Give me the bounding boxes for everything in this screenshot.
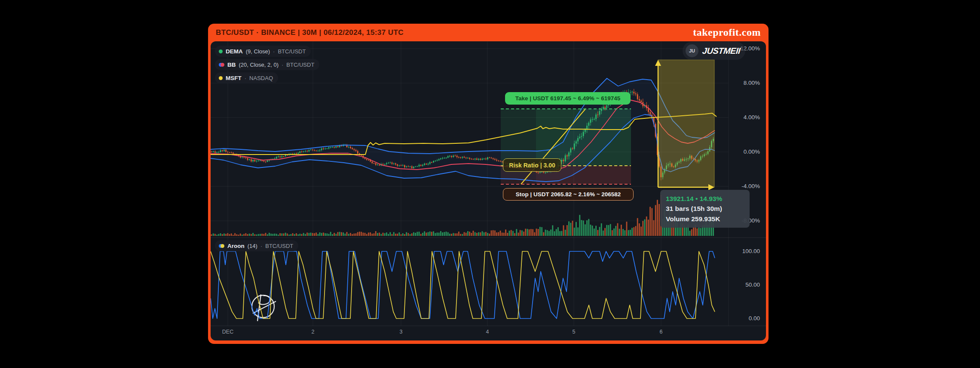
measure-tooltip: 13921.14 • 14.93% 31 bars (15h 30m) Volu… xyxy=(660,190,750,228)
aroon-symbol: BTC/USDT xyxy=(265,243,293,249)
msft-dot-icon xyxy=(219,76,223,80)
price-axis-label: 4.00% xyxy=(732,114,760,121)
legend-item-dema[interactable]: DEMA (9, Close) · BTC/USDT xyxy=(215,46,311,57)
aroon-axis-label: 50.00 xyxy=(732,281,760,288)
indicator-legend: DEMA (9, Close) · BTC/USDT BB (20, Close… xyxy=(215,46,319,83)
time-axis-label: 4 xyxy=(486,329,489,335)
dema-params: (9, Close) xyxy=(246,48,270,55)
bb-name: BB xyxy=(227,62,236,68)
measure-volume: Volume 259.935K xyxy=(666,214,744,224)
aroon-axis-label: 0.00 xyxy=(732,315,760,322)
dema-dot-icon xyxy=(219,49,223,53)
aroon-legend: Aroon (14) · BTC/USDT xyxy=(215,240,298,251)
risk-ratio-label[interactable]: Risk Ratio | 3.00 xyxy=(503,158,561,172)
measure-bars: 31 bars (15h 30m) xyxy=(666,204,744,213)
time-axis-label: 3 xyxy=(400,329,403,335)
msft-symbol: NASDAQ xyxy=(249,75,273,81)
price-axis-label: 0.00% xyxy=(732,148,760,155)
msft-name: MSFT xyxy=(226,75,242,81)
time-axis-label: 6 xyxy=(660,329,663,335)
bb-dots-icon xyxy=(219,63,224,67)
symbol-title: BTC/USDT · BINANCE | 30M | 06/12/2024, 1… xyxy=(216,28,404,37)
stop-loss-label[interactable]: Stop | USDT 2065.82 ~ 2.16% ~ 206582 xyxy=(503,188,634,201)
legend-item-bb[interactable]: BB (20, Close, 2, 0) · BTC/USDT xyxy=(215,59,319,70)
separator-dot: · xyxy=(273,48,275,55)
chart-window-frame: BTC/USDT · BINANCE | 30M | 06/12/2024, 1… xyxy=(208,24,769,344)
aroon-dots-icon xyxy=(219,244,224,248)
legend-item-msft[interactable]: MSFT · NASDAQ xyxy=(215,72,278,83)
dema-symbol: BTC/USDT xyxy=(278,48,306,55)
aroon-axis-label: 100.00 xyxy=(732,248,760,254)
take-profit-label[interactable]: Take | USDT 6197.45 ~ 6.49% ~ 619745 xyxy=(505,92,631,105)
chart-panel[interactable]: DEMA (9, Close) · BTC/USDT BB (20, Close… xyxy=(211,41,766,340)
time-axis-label: 2 xyxy=(312,329,315,335)
takeprofit-logo: takeprofit.com xyxy=(693,27,761,38)
aroon-params: (14) xyxy=(248,243,257,249)
separator-dot: · xyxy=(245,75,246,81)
measure-change: 13921.14 • 14.93% xyxy=(666,194,744,204)
username: JUSTMEII xyxy=(702,46,741,56)
separator-dot: · xyxy=(282,62,283,68)
separator-dot: · xyxy=(260,243,262,249)
bb-params: (20, Close, 2, 0) xyxy=(239,62,279,68)
price-axis-label: 8.00% xyxy=(732,80,760,86)
price-axis-label: -4.00% xyxy=(732,183,760,189)
time-axis-label: DEC xyxy=(222,329,233,335)
bb-symbol: BTC/USDT xyxy=(286,62,314,68)
time-axis-label: 5 xyxy=(573,329,576,335)
aroon-name: Aroon xyxy=(227,243,245,249)
avatar: JU xyxy=(686,44,698,57)
user-badge[interactable]: JU JUSTMEII xyxy=(683,42,745,60)
dema-name: DEMA xyxy=(226,48,243,55)
takeprofit-watermark-icon xyxy=(252,294,276,321)
legend-item-aroon[interactable]: Aroon (14) · BTC/USDT xyxy=(215,240,298,251)
titlebar: BTC/USDT · BINANCE | 30M | 06/12/2024, 1… xyxy=(208,24,769,41)
